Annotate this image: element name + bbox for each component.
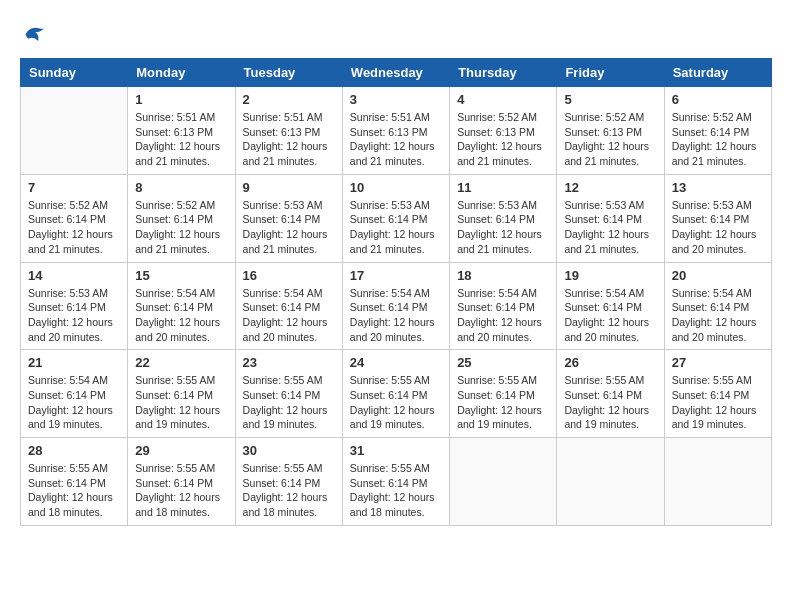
day-number: 4 xyxy=(457,92,549,107)
calendar-week-row: 1Sunrise: 5:51 AM Sunset: 6:13 PM Daylig… xyxy=(21,87,772,175)
day-info: Sunrise: 5:51 AM Sunset: 6:13 PM Dayligh… xyxy=(350,110,442,169)
day-info: Sunrise: 5:51 AM Sunset: 6:13 PM Dayligh… xyxy=(243,110,335,169)
day-info: Sunrise: 5:54 AM Sunset: 6:14 PM Dayligh… xyxy=(135,286,227,345)
day-info: Sunrise: 5:54 AM Sunset: 6:14 PM Dayligh… xyxy=(564,286,656,345)
day-number: 10 xyxy=(350,180,442,195)
calendar-header-thursday: Thursday xyxy=(450,59,557,87)
day-info: Sunrise: 5:52 AM Sunset: 6:13 PM Dayligh… xyxy=(564,110,656,169)
header xyxy=(20,20,772,48)
calendar-day-cell xyxy=(557,438,664,526)
day-number: 27 xyxy=(672,355,764,370)
day-number: 19 xyxy=(564,268,656,283)
day-info: Sunrise: 5:52 AM Sunset: 6:14 PM Dayligh… xyxy=(135,198,227,257)
calendar-week-row: 14Sunrise: 5:53 AM Sunset: 6:14 PM Dayli… xyxy=(21,262,772,350)
calendar-header-sunday: Sunday xyxy=(21,59,128,87)
logo xyxy=(20,20,52,48)
day-info: Sunrise: 5:52 AM Sunset: 6:13 PM Dayligh… xyxy=(457,110,549,169)
calendar-header-saturday: Saturday xyxy=(664,59,771,87)
day-info: Sunrise: 5:55 AM Sunset: 6:14 PM Dayligh… xyxy=(564,373,656,432)
day-number: 25 xyxy=(457,355,549,370)
calendar-day-cell: 30Sunrise: 5:55 AM Sunset: 6:14 PM Dayli… xyxy=(235,438,342,526)
day-info: Sunrise: 5:54 AM Sunset: 6:14 PM Dayligh… xyxy=(672,286,764,345)
calendar-day-cell: 2Sunrise: 5:51 AM Sunset: 6:13 PM Daylig… xyxy=(235,87,342,175)
calendar-day-cell: 15Sunrise: 5:54 AM Sunset: 6:14 PM Dayli… xyxy=(128,262,235,350)
calendar-day-cell: 23Sunrise: 5:55 AM Sunset: 6:14 PM Dayli… xyxy=(235,350,342,438)
day-info: Sunrise: 5:53 AM Sunset: 6:14 PM Dayligh… xyxy=(28,286,120,345)
day-number: 22 xyxy=(135,355,227,370)
day-info: Sunrise: 5:53 AM Sunset: 6:14 PM Dayligh… xyxy=(672,198,764,257)
day-info: Sunrise: 5:54 AM Sunset: 6:14 PM Dayligh… xyxy=(243,286,335,345)
day-info: Sunrise: 5:54 AM Sunset: 6:14 PM Dayligh… xyxy=(28,373,120,432)
day-info: Sunrise: 5:53 AM Sunset: 6:14 PM Dayligh… xyxy=(457,198,549,257)
calendar-day-cell: 4Sunrise: 5:52 AM Sunset: 6:13 PM Daylig… xyxy=(450,87,557,175)
day-number: 12 xyxy=(564,180,656,195)
day-number: 9 xyxy=(243,180,335,195)
day-number: 31 xyxy=(350,443,442,458)
calendar-day-cell: 31Sunrise: 5:55 AM Sunset: 6:14 PM Dayli… xyxy=(342,438,449,526)
day-number: 24 xyxy=(350,355,442,370)
day-number: 3 xyxy=(350,92,442,107)
day-number: 30 xyxy=(243,443,335,458)
day-info: Sunrise: 5:55 AM Sunset: 6:14 PM Dayligh… xyxy=(243,461,335,520)
calendar-day-cell: 5Sunrise: 5:52 AM Sunset: 6:13 PM Daylig… xyxy=(557,87,664,175)
day-info: Sunrise: 5:55 AM Sunset: 6:14 PM Dayligh… xyxy=(28,461,120,520)
calendar-day-cell: 13Sunrise: 5:53 AM Sunset: 6:14 PM Dayli… xyxy=(664,174,771,262)
calendar-table: SundayMondayTuesdayWednesdayThursdayFrid… xyxy=(20,58,772,526)
day-info: Sunrise: 5:55 AM Sunset: 6:14 PM Dayligh… xyxy=(243,373,335,432)
day-number: 2 xyxy=(243,92,335,107)
day-number: 17 xyxy=(350,268,442,283)
day-number: 29 xyxy=(135,443,227,458)
day-number: 28 xyxy=(28,443,120,458)
day-number: 23 xyxy=(243,355,335,370)
day-info: Sunrise: 5:51 AM Sunset: 6:13 PM Dayligh… xyxy=(135,110,227,169)
day-info: Sunrise: 5:53 AM Sunset: 6:14 PM Dayligh… xyxy=(350,198,442,257)
day-number: 14 xyxy=(28,268,120,283)
calendar-day-cell: 17Sunrise: 5:54 AM Sunset: 6:14 PM Dayli… xyxy=(342,262,449,350)
calendar-day-cell: 1Sunrise: 5:51 AM Sunset: 6:13 PM Daylig… xyxy=(128,87,235,175)
calendar-week-row: 21Sunrise: 5:54 AM Sunset: 6:14 PM Dayli… xyxy=(21,350,772,438)
calendar-day-cell: 8Sunrise: 5:52 AM Sunset: 6:14 PM Daylig… xyxy=(128,174,235,262)
calendar-day-cell: 25Sunrise: 5:55 AM Sunset: 6:14 PM Dayli… xyxy=(450,350,557,438)
day-number: 20 xyxy=(672,268,764,283)
calendar-week-row: 28Sunrise: 5:55 AM Sunset: 6:14 PM Dayli… xyxy=(21,438,772,526)
calendar-day-cell: 18Sunrise: 5:54 AM Sunset: 6:14 PM Dayli… xyxy=(450,262,557,350)
day-info: Sunrise: 5:54 AM Sunset: 6:14 PM Dayligh… xyxy=(457,286,549,345)
day-number: 8 xyxy=(135,180,227,195)
day-info: Sunrise: 5:55 AM Sunset: 6:14 PM Dayligh… xyxy=(672,373,764,432)
day-number: 7 xyxy=(28,180,120,195)
calendar-day-cell xyxy=(450,438,557,526)
calendar-week-row: 7Sunrise: 5:52 AM Sunset: 6:14 PM Daylig… xyxy=(21,174,772,262)
day-number: 11 xyxy=(457,180,549,195)
day-info: Sunrise: 5:52 AM Sunset: 6:14 PM Dayligh… xyxy=(28,198,120,257)
calendar-day-cell: 3Sunrise: 5:51 AM Sunset: 6:13 PM Daylig… xyxy=(342,87,449,175)
day-number: 13 xyxy=(672,180,764,195)
calendar-day-cell: 7Sunrise: 5:52 AM Sunset: 6:14 PM Daylig… xyxy=(21,174,128,262)
calendar-day-cell: 27Sunrise: 5:55 AM Sunset: 6:14 PM Dayli… xyxy=(664,350,771,438)
day-info: Sunrise: 5:53 AM Sunset: 6:14 PM Dayligh… xyxy=(243,198,335,257)
day-number: 5 xyxy=(564,92,656,107)
day-number: 21 xyxy=(28,355,120,370)
day-number: 15 xyxy=(135,268,227,283)
calendar-day-cell: 11Sunrise: 5:53 AM Sunset: 6:14 PM Dayli… xyxy=(450,174,557,262)
calendar-day-cell: 19Sunrise: 5:54 AM Sunset: 6:14 PM Dayli… xyxy=(557,262,664,350)
day-info: Sunrise: 5:55 AM Sunset: 6:14 PM Dayligh… xyxy=(350,373,442,432)
day-info: Sunrise: 5:52 AM Sunset: 6:14 PM Dayligh… xyxy=(672,110,764,169)
day-number: 26 xyxy=(564,355,656,370)
calendar-day-cell: 29Sunrise: 5:55 AM Sunset: 6:14 PM Dayli… xyxy=(128,438,235,526)
calendar-day-cell: 20Sunrise: 5:54 AM Sunset: 6:14 PM Dayli… xyxy=(664,262,771,350)
calendar-day-cell: 28Sunrise: 5:55 AM Sunset: 6:14 PM Dayli… xyxy=(21,438,128,526)
calendar-header-tuesday: Tuesday xyxy=(235,59,342,87)
calendar-header-friday: Friday xyxy=(557,59,664,87)
day-info: Sunrise: 5:53 AM Sunset: 6:14 PM Dayligh… xyxy=(564,198,656,257)
calendar-day-cell xyxy=(664,438,771,526)
day-info: Sunrise: 5:54 AM Sunset: 6:14 PM Dayligh… xyxy=(350,286,442,345)
logo-bird-icon xyxy=(20,20,48,48)
calendar-day-cell: 22Sunrise: 5:55 AM Sunset: 6:14 PM Dayli… xyxy=(128,350,235,438)
calendar-day-cell: 26Sunrise: 5:55 AM Sunset: 6:14 PM Dayli… xyxy=(557,350,664,438)
calendar-header-monday: Monday xyxy=(128,59,235,87)
calendar-day-cell: 6Sunrise: 5:52 AM Sunset: 6:14 PM Daylig… xyxy=(664,87,771,175)
day-number: 1 xyxy=(135,92,227,107)
day-info: Sunrise: 5:55 AM Sunset: 6:14 PM Dayligh… xyxy=(135,461,227,520)
calendar-day-cell: 14Sunrise: 5:53 AM Sunset: 6:14 PM Dayli… xyxy=(21,262,128,350)
calendar-day-cell: 12Sunrise: 5:53 AM Sunset: 6:14 PM Dayli… xyxy=(557,174,664,262)
